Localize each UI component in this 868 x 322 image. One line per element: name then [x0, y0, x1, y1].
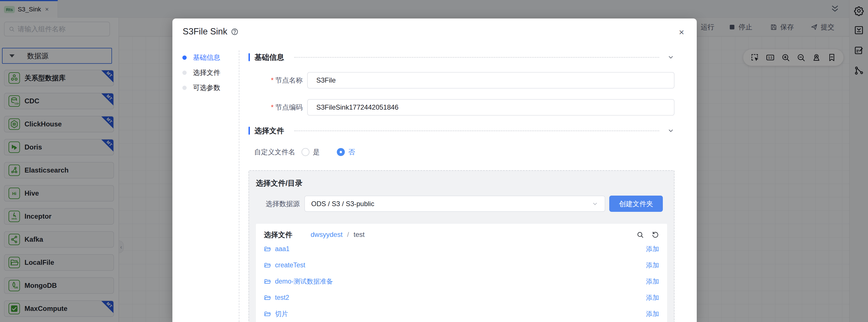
file-row: createTest添加 — [264, 257, 659, 273]
datasource-value: ODS / S3 / S3-public — [311, 200, 592, 208]
close-icon[interactable]: × — [679, 28, 684, 37]
breadcrumb-current: test — [354, 231, 365, 238]
required-mark: * — [271, 103, 274, 111]
radio-no[interactable] — [337, 148, 345, 156]
custom-filename-field: 自定义文件名 是 否 — [248, 148, 675, 156]
radio-yes[interactable] — [302, 148, 309, 156]
folder-name-link[interactable]: createTest — [275, 261, 305, 269]
field-node-name: *节点名称 S3File — [248, 72, 675, 89]
file-browser-title: 选择文件 — [264, 230, 292, 239]
create-folder-button[interactable]: 创建文件夹 — [609, 196, 663, 212]
datasource-select[interactable]: ODS / S3 / S3-public — [304, 196, 605, 212]
datasource-label: 选择数据源 — [266, 199, 300, 208]
nav-item-select-file[interactable]: 选择文件 — [173, 68, 239, 77]
dialog-nav: 基础信息 选择文件 可选参数 — [173, 53, 239, 98]
section-title: 基础信息 — [254, 53, 284, 62]
field-label: *节点编码 — [248, 103, 303, 112]
add-link[interactable]: 添加 — [646, 310, 659, 318]
help-icon[interactable] — [231, 28, 239, 36]
section-accent-bar — [248, 127, 250, 135]
nav-dot — [182, 86, 187, 90]
nav-dot — [182, 71, 187, 75]
nav-item-optional-params[interactable]: 可选参数 — [173, 84, 239, 92]
node-code-input[interactable]: S3FileSink1772442051846 — [307, 99, 675, 116]
nav-label: 基础信息 — [193, 53, 220, 62]
breadcrumb-root-link[interactable]: dwsyydest — [311, 231, 343, 238]
folder-icon — [264, 278, 271, 285]
add-link[interactable]: 添加 — [646, 261, 659, 269]
folder-icon — [264, 310, 271, 317]
section-divider — [294, 130, 659, 131]
dialog-header: S3File Sink — [183, 27, 239, 37]
node-name-input[interactable]: S3File — [307, 72, 675, 89]
s3file-sink-dialog: S3File Sink × 基础信息 选择文件 可选参数 基础信息 — [173, 19, 697, 322]
file-row: test2添加 — [264, 290, 659, 306]
radio-yes-label[interactable]: 是 — [313, 148, 320, 157]
dialog-content: 基础信息 *节点名称 S3File *节点编码 S3FileSink177244… — [248, 51, 675, 322]
section-select-file: 选择文件 — [248, 126, 675, 135]
nav-label: 可选参数 — [193, 83, 220, 92]
file-row: 切片添加 — [264, 306, 659, 322]
section-basic-info: 基础信息 — [248, 53, 675, 62]
chevron-down-icon[interactable] — [667, 54, 675, 61]
nav-dot — [182, 56, 187, 60]
search-icon[interactable] — [636, 231, 644, 238]
folder-icon — [264, 246, 271, 253]
breadcrumb-separator: / — [347, 231, 349, 238]
field-label: *节点名称 — [248, 76, 303, 85]
screen: Rts S3_Sink × 运行 停止 保存 提交 1:1 — [0, 0, 868, 322]
required-mark: * — [271, 76, 274, 84]
nav-divider — [239, 51, 239, 322]
section-divider — [294, 57, 659, 58]
file-browser-card: 选择文件 dwsyydest / test aaa1添加createTest添加… — [256, 224, 667, 322]
folder-name-link[interactable]: test2 — [275, 294, 289, 301]
section-accent-bar — [248, 53, 250, 61]
field-node-code: *节点编码 S3FileSink1772442051846 — [248, 99, 675, 116]
folder-name-link[interactable]: aaa1 — [275, 245, 289, 253]
add-link[interactable]: 添加 — [646, 277, 659, 286]
panel-title: 选择文件/目录 — [256, 178, 667, 188]
add-link[interactable]: 添加 — [646, 293, 659, 302]
section-title: 选择文件 — [254, 126, 284, 136]
file-directory-panel: 选择文件/目录 选择数据源 ODS / S3 / S3-public 创建文件夹… — [248, 170, 675, 322]
chevron-down-icon[interactable] — [667, 127, 675, 134]
radio-no-label[interactable]: 否 — [348, 148, 355, 157]
nav-item-basic-info[interactable]: 基础信息 — [173, 53, 239, 62]
dialog-title: S3File Sink — [183, 27, 227, 37]
chevron-down-icon — [592, 200, 598, 207]
custom-filename-label: 自定义文件名 — [254, 148, 295, 157]
nav-label: 选择文件 — [193, 68, 220, 77]
datasource-row: 选择数据源 ODS / S3 / S3-public 创建文件夹 — [256, 196, 667, 212]
file-row: demo-测试数据准备添加 — [264, 273, 659, 290]
file-list: aaa1添加createTest添加demo-测试数据准备添加test2添加切片… — [264, 241, 659, 322]
file-row: aaa1添加 — [264, 241, 659, 257]
undo-icon[interactable] — [651, 231, 659, 238]
add-link[interactable]: 添加 — [646, 245, 659, 253]
folder-icon — [264, 262, 271, 269]
folder-name-link[interactable]: demo-测试数据准备 — [275, 277, 333, 286]
folder-icon — [264, 294, 271, 301]
folder-name-link[interactable]: 切片 — [275, 310, 288, 318]
file-browser-header: 选择文件 dwsyydest / test — [264, 228, 659, 241]
